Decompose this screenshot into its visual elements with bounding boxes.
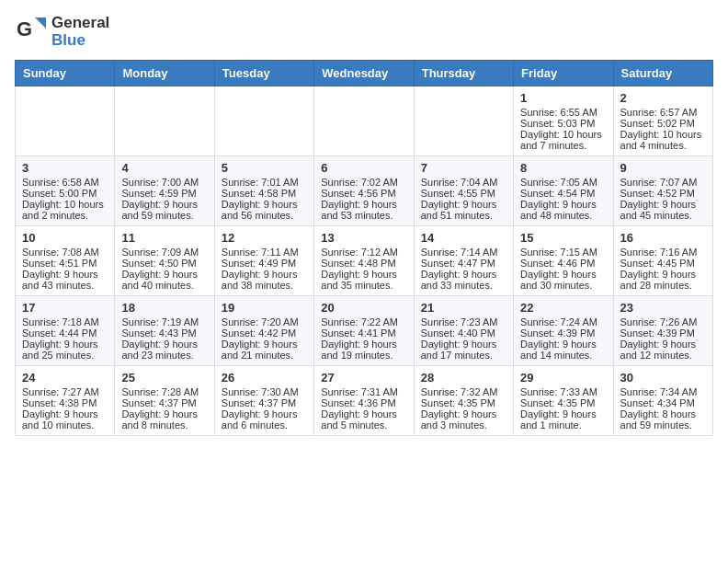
sunset-text: Sunset: 4:48 PM (321, 258, 406, 269)
sunset-text: Sunset: 4:37 PM (121, 397, 207, 408)
day-number: 8 (520, 161, 606, 175)
daylight-text: Daylight: 9 hours and 56 minutes. (222, 199, 307, 221)
day-number: 28 (421, 371, 506, 385)
sunrise-text: Sunrise: 7:32 AM (421, 386, 506, 397)
daylight-text: Daylight: 9 hours and 51 minutes. (421, 199, 506, 221)
sunset-text: Sunset: 4:54 PM (520, 188, 606, 199)
sunset-text: Sunset: 4:41 PM (321, 327, 406, 339)
calendar-cell: 18Sunrise: 7:19 AMSunset: 4:43 PMDayligh… (115, 296, 214, 366)
daylight-text: Daylight: 9 hours and 35 minutes. (321, 269, 406, 291)
calendar-cell: 7Sunrise: 7:04 AMSunset: 4:55 PMDaylight… (414, 156, 513, 226)
sunrise-text: Sunrise: 7:23 AM (421, 316, 506, 327)
calendar-cell: 3Sunrise: 6:58 AMSunset: 5:00 PMDaylight… (16, 156, 115, 226)
day-number: 14 (421, 231, 506, 245)
daylight-text: Daylight: 9 hours and 40 minutes. (121, 269, 207, 291)
daylight-text: Daylight: 9 hours and 1 minute. (520, 408, 606, 431)
calendar-week-row: 17Sunrise: 7:18 AMSunset: 4:44 PMDayligh… (16, 296, 713, 366)
calendar-cell: 13Sunrise: 7:12 AMSunset: 4:48 PMDayligh… (314, 226, 414, 296)
sunset-text: Sunset: 4:36 PM (321, 397, 406, 408)
daylight-text: Daylight: 9 hours and 14 minutes. (520, 339, 606, 361)
daylight-text: Daylight: 9 hours and 33 minutes. (421, 269, 506, 291)
day-number: 21 (421, 301, 506, 315)
calendar-cell: 16Sunrise: 7:16 AMSunset: 4:45 PMDayligh… (613, 226, 712, 296)
sunrise-text: Sunrise: 7:34 AM (620, 386, 706, 397)
sunset-text: Sunset: 4:50 PM (121, 258, 207, 269)
calendar-cell (214, 86, 313, 156)
daylight-text: Daylight: 9 hours and 48 minutes. (520, 199, 606, 221)
calendar-week-row: 1Sunrise: 6:55 AMSunset: 5:03 PMDaylight… (16, 86, 713, 156)
day-number: 7 (421, 161, 506, 175)
daylight-text: Daylight: 9 hours and 38 minutes. (222, 269, 307, 291)
sunset-text: Sunset: 4:40 PM (421, 327, 506, 339)
sunrise-text: Sunrise: 7:09 AM (121, 247, 207, 258)
svg-marker-1 (35, 17, 46, 29)
day-of-week-header: Saturday (613, 61, 712, 86)
sunrise-text: Sunrise: 7:24 AM (520, 316, 606, 327)
calendar-cell: 20Sunrise: 7:22 AMSunset: 4:41 PMDayligh… (314, 296, 414, 366)
calendar-cell: 2Sunrise: 6:57 AMSunset: 5:02 PMDaylight… (613, 86, 712, 156)
daylight-text: Daylight: 9 hours and 23 minutes. (121, 339, 207, 361)
sunrise-text: Sunrise: 6:55 AM (520, 107, 606, 118)
sunset-text: Sunset: 4:38 PM (22, 397, 108, 408)
day-number: 4 (121, 161, 207, 175)
daylight-text: Daylight: 9 hours and 53 minutes. (321, 199, 406, 221)
calendar-cell: 1Sunrise: 6:55 AMSunset: 5:03 PMDaylight… (514, 86, 613, 156)
sunrise-text: Sunrise: 7:05 AM (520, 177, 606, 188)
sunset-text: Sunset: 5:03 PM (520, 118, 606, 129)
daylight-text: Daylight: 10 hours and 4 minutes. (620, 129, 706, 151)
calendar-table: SundayMondayTuesdayWednesdayThursdayFrid… (15, 60, 713, 436)
daylight-text: Daylight: 10 hours and 7 minutes. (520, 129, 606, 151)
sunrise-text: Sunrise: 7:15 AM (520, 247, 606, 258)
calendar-cell (414, 86, 513, 156)
calendar-cell: 9Sunrise: 7:07 AMSunset: 4:52 PMDaylight… (613, 156, 712, 226)
calendar-week-row: 10Sunrise: 7:08 AMSunset: 4:51 PMDayligh… (16, 226, 713, 296)
day-number: 25 (121, 371, 207, 385)
sunrise-text: Sunrise: 7:20 AM (222, 316, 307, 327)
page-header: G General Blue (15, 15, 713, 49)
day-number: 1 (520, 91, 606, 105)
sunrise-text: Sunrise: 7:02 AM (321, 177, 406, 188)
day-number: 19 (222, 301, 307, 315)
sunrise-text: Sunrise: 7:04 AM (421, 177, 506, 188)
day-number: 16 (620, 231, 706, 245)
sunset-text: Sunset: 4:45 PM (620, 258, 706, 269)
sunrise-text: Sunrise: 7:28 AM (121, 386, 207, 397)
day-number: 11 (121, 231, 207, 245)
sunset-text: Sunset: 4:42 PM (222, 327, 307, 339)
day-number: 22 (520, 301, 606, 315)
calendar-header: SundayMondayTuesdayWednesdayThursdayFrid… (16, 61, 713, 86)
day-number: 20 (321, 301, 406, 315)
calendar-cell: 15Sunrise: 7:15 AMSunset: 4:46 PMDayligh… (514, 226, 613, 296)
calendar-cell: 5Sunrise: 7:01 AMSunset: 4:58 PMDaylight… (214, 156, 313, 226)
sunset-text: Sunset: 4:59 PM (121, 188, 207, 199)
logo-blue-text: Blue (51, 31, 85, 49)
sunrise-text: Sunrise: 7:19 AM (121, 316, 207, 327)
day-of-week-header: Thursday (414, 61, 513, 86)
calendar-cell: 22Sunrise: 7:24 AMSunset: 4:39 PMDayligh… (514, 296, 613, 366)
daylight-text: Daylight: 9 hours and 25 minutes. (22, 339, 108, 361)
daylight-text: Daylight: 9 hours and 30 minutes. (520, 269, 606, 291)
sunset-text: Sunset: 4:55 PM (421, 188, 506, 199)
calendar-cell: 14Sunrise: 7:14 AMSunset: 4:47 PMDayligh… (414, 226, 513, 296)
sunset-text: Sunset: 4:56 PM (321, 188, 406, 199)
sunset-text: Sunset: 4:51 PM (22, 258, 108, 269)
sunset-text: Sunset: 4:35 PM (520, 397, 606, 408)
sunrise-text: Sunrise: 7:27 AM (22, 386, 108, 397)
sunrise-text: Sunrise: 7:16 AM (620, 247, 706, 258)
daylight-text: Daylight: 9 hours and 5 minutes. (321, 408, 406, 431)
sunset-text: Sunset: 5:00 PM (22, 188, 108, 199)
logo-icon: G (15, 16, 48, 49)
calendar-cell: 6Sunrise: 7:02 AMSunset: 4:56 PMDaylight… (314, 156, 414, 226)
sunrise-text: Sunrise: 7:18 AM (22, 316, 108, 327)
calendar-cell: 24Sunrise: 7:27 AMSunset: 4:38 PMDayligh… (16, 366, 115, 436)
logo-general-text: General (51, 14, 109, 31)
sunrise-text: Sunrise: 7:22 AM (321, 316, 406, 327)
calendar-cell: 10Sunrise: 7:08 AMSunset: 4:51 PMDayligh… (16, 226, 115, 296)
svg-text:G: G (17, 17, 32, 40)
sunset-text: Sunset: 4:58 PM (222, 188, 307, 199)
day-number: 24 (22, 371, 108, 385)
day-number: 17 (22, 301, 108, 315)
sunrise-text: Sunrise: 7:33 AM (520, 386, 606, 397)
day-of-week-header: Sunday (16, 61, 115, 86)
sunset-text: Sunset: 4:35 PM (421, 397, 506, 408)
